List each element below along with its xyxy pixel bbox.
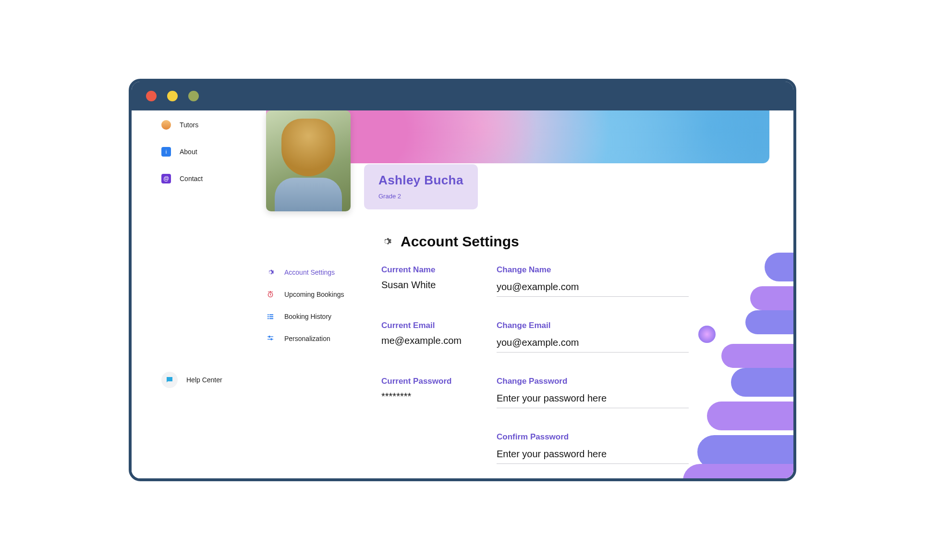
current-email-value: me@example.com: [381, 335, 492, 346]
current-password-value: ********: [381, 391, 492, 402]
sidebar-item-tutors[interactable]: Tutors: [132, 115, 252, 134]
profile-grade: Grade 2: [378, 193, 463, 200]
sidebar-item-help-center[interactable]: Help Center: [132, 369, 252, 391]
confirm-password-input[interactable]: [497, 447, 689, 464]
settings-tab-label: Booking History: [284, 313, 331, 320]
change-email-input[interactable]: [497, 335, 689, 353]
settings-tab-label: Upcoming Bookings: [284, 291, 344, 298]
settings-nav: Account Settings Upcoming Bookings Booki…: [266, 233, 362, 478]
settings-tab-history[interactable]: Booking History: [266, 305, 362, 328]
close-dot[interactable]: [146, 91, 157, 101]
list-icon: [266, 312, 275, 321]
sidebar-item-about[interactable]: i About: [132, 142, 252, 161]
settings-tab-account[interactable]: Account Settings: [266, 261, 362, 283]
change-password-input[interactable]: [497, 391, 689, 408]
change-email-label: Change Email: [497, 321, 689, 330]
settings-panel: Account Settings Current Name Susan Whit…: [381, 233, 793, 478]
gear-icon: [266, 268, 275, 277]
settings-form: Current Name Susan White Change Name Cur…: [381, 265, 765, 478]
sidebar-item-label: Tutors: [180, 121, 198, 129]
sidebar: Tutors i About @ Contact Help Center: [132, 110, 252, 478]
sidebar-item-label: Contact: [180, 175, 203, 183]
profile-name: Ashley Bucha: [378, 173, 463, 188]
app-window: Tutors i About @ Contact Help Center: [129, 79, 796, 481]
window-titlebar: [132, 82, 793, 110]
settings-tab-upcoming[interactable]: Upcoming Bookings: [266, 283, 362, 305]
settings-tab-personalization[interactable]: Personalization: [266, 328, 362, 350]
contact-icon: @: [161, 174, 171, 183]
sidebar-item-label: Help Center: [186, 376, 222, 384]
gear-icon: [381, 236, 392, 247]
change-password-label: Change Password: [497, 377, 689, 386]
settings-tab-label: Account Settings: [284, 268, 335, 276]
svg-rect-6: [269, 318, 273, 319]
profile-header: Ashley Bucha Grade 2: [266, 110, 793, 211]
sidebar-item-label: About: [180, 148, 197, 156]
change-name-label: Change Name: [497, 265, 689, 275]
current-password-label: Current Password: [381, 377, 492, 386]
about-icon: i: [161, 147, 171, 157]
app-body: Tutors i About @ Contact Help Center: [132, 110, 793, 478]
svg-rect-7: [268, 336, 273, 337]
svg-rect-8: [269, 336, 270, 338]
panel-heading: Account Settings: [381, 233, 765, 250]
settings-tab-label: Personalization: [284, 335, 330, 342]
confirm-password-label: Confirm Password: [497, 432, 689, 442]
sidebar-item-contact[interactable]: @ Contact: [132, 169, 252, 188]
change-name-input[interactable]: [497, 280, 689, 297]
svg-rect-3: [268, 316, 269, 317]
profile-name-card: Ashley Bucha Grade 2: [364, 164, 478, 209]
chat-icon: [161, 372, 178, 388]
max-dot[interactable]: [188, 91, 199, 101]
current-email-label: Current Email: [381, 321, 492, 330]
current-name-value: Susan White: [381, 280, 492, 291]
min-dot[interactable]: [167, 91, 178, 101]
svg-rect-2: [269, 314, 273, 315]
tutors-icon: [161, 120, 171, 130]
svg-rect-1: [268, 314, 269, 315]
svg-rect-9: [268, 339, 273, 340]
svg-rect-4: [269, 316, 273, 317]
clock-icon: [266, 290, 275, 299]
sliders-icon: [266, 334, 275, 343]
current-name-label: Current Name: [381, 265, 492, 275]
avatar: [266, 110, 351, 211]
main-area: Ashley Bucha Grade 2 Account Settings: [252, 110, 793, 478]
svg-rect-10: [271, 338, 272, 340]
svg-rect-5: [268, 318, 269, 319]
panel-title: Account Settings: [401, 233, 519, 250]
